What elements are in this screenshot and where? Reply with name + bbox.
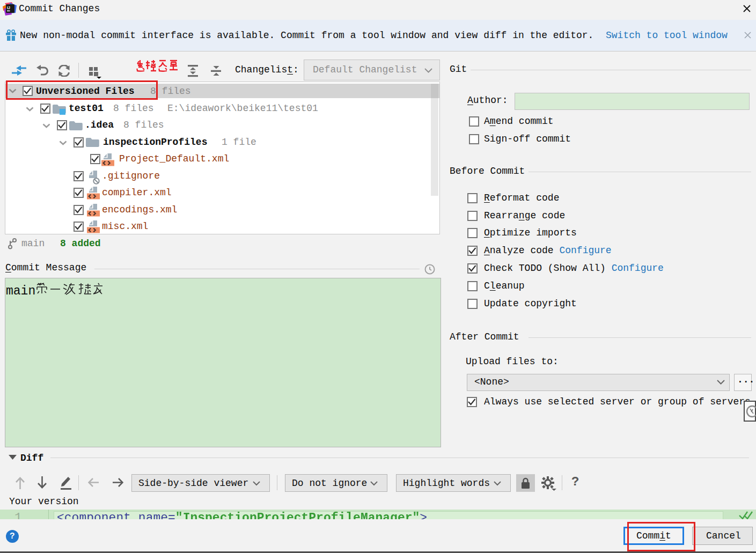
- svg-text:IJ: IJ: [7, 6, 10, 10]
